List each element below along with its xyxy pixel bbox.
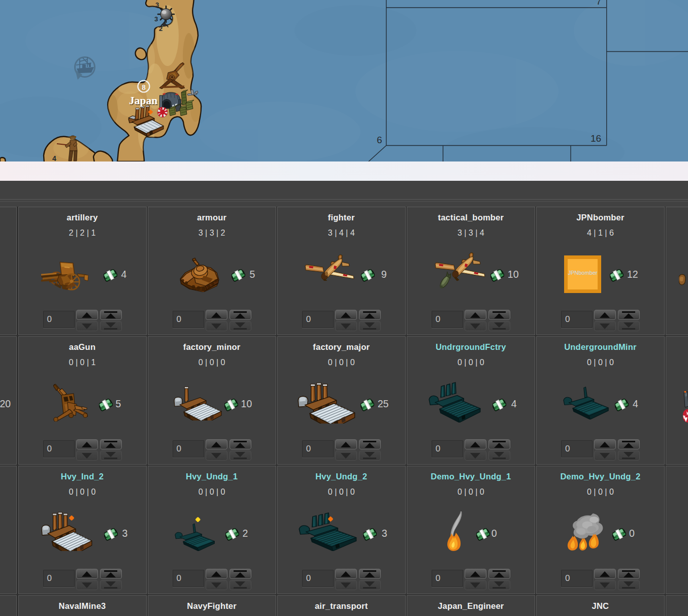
svg-text:16: 16 [591, 133, 601, 144]
svg-text:3: 3 [154, 15, 158, 23]
svg-text:6: 6 [377, 135, 382, 145]
svg-text:7: 7 [596, 0, 602, 7]
svg-text:4: 4 [52, 154, 56, 161]
svg-text:3: 3 [155, 1, 159, 9]
svg-text:Japan: Japan [129, 94, 157, 107]
svg-text:8: 8 [142, 83, 146, 91]
